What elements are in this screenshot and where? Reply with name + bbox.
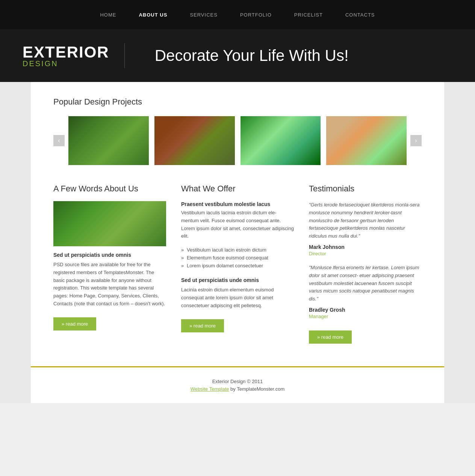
header-banner: EXTERIOR DESIGN Decorate Your Life With … bbox=[0, 29, 475, 82]
testimonial-role-2: Manager bbox=[309, 314, 422, 319]
testimonials-column: Testimonials "Gerts lerode fertasecioque… bbox=[309, 184, 422, 344]
gallery-image-4[interactable] bbox=[326, 116, 407, 165]
offer-title: What We Offer bbox=[181, 184, 294, 194]
testimonials-read-more[interactable]: » read more bbox=[309, 330, 352, 344]
gallery-next-arrow[interactable]: › bbox=[410, 135, 422, 146]
offer-subtitle2: Sed ut perspiciatis unde omnis bbox=[181, 277, 294, 283]
nav-about[interactable]: ABOUT US bbox=[139, 12, 167, 18]
main-content: Popular Design Projects ‹ › A Few Words … bbox=[31, 82, 444, 366]
three-columns: A Few Words About Us Sed ut perspiciatis… bbox=[53, 184, 422, 344]
offer-list-item-2: Elementum fusce euismod consequat bbox=[181, 254, 294, 262]
offer-read-more[interactable]: » read more bbox=[181, 319, 224, 332]
testimonial-role-1: Director bbox=[309, 251, 422, 256]
about-text: PSD source files are available for free … bbox=[53, 261, 166, 308]
about-title: A Few Words About Us bbox=[53, 184, 166, 194]
testimonials-title: Testimonials bbox=[309, 184, 422, 194]
gallery-image-2[interactable] bbox=[154, 116, 235, 165]
about-subtitle: Sed ut perspiciatis unde omnis bbox=[53, 252, 166, 258]
offer-bold-text: Praesent vestibulum molestie lacus bbox=[181, 201, 294, 207]
gallery-images bbox=[68, 116, 407, 165]
nav-services[interactable]: SERVICES bbox=[190, 12, 218, 18]
gallery-prev-arrow[interactable]: ‹ bbox=[53, 135, 65, 146]
footer-link-line: Website Template by TemplateMonster.com bbox=[31, 386, 444, 392]
navigation: HOME ABOUT US SERVICES PORTFOLIO PRICELI… bbox=[0, 0, 475, 29]
gallery-title: Popular Design Projects bbox=[53, 97, 422, 107]
offer-list-item-3: Lorem ipsum dolamet consectetuer bbox=[181, 262, 294, 270]
testimonial-name-1: Mark Johnson bbox=[309, 244, 422, 250]
logo-block: EXTERIOR DESIGN bbox=[23, 43, 125, 68]
footer-copy: Exterior Design © 2011 bbox=[31, 379, 444, 384]
offer-intro: Vestibulum iaculis lacinia estroin dictu… bbox=[181, 209, 294, 240]
testimonial-name-2: Bradley Grosh bbox=[309, 307, 422, 313]
tagline: Decorate Your Life With Us! bbox=[140, 47, 349, 65]
testimonial-quote-1: "Gerts lerode fertasecioquet tikertderos… bbox=[309, 201, 422, 240]
logo-exterior: EXTERIOR bbox=[23, 43, 109, 61]
footer-wrapper: Exterior Design © 2011 Website Template … bbox=[31, 366, 444, 403]
nav-home[interactable]: HOME bbox=[100, 12, 116, 18]
logo-design: DESIGN bbox=[23, 59, 58, 68]
nav-contacts[interactable]: CONTACTS bbox=[345, 12, 375, 18]
testimonial-quote-2: "Monlusce lfersa eronerts ler kertase. L… bbox=[309, 264, 422, 303]
gallery-image-1[interactable] bbox=[68, 116, 149, 165]
footer: Exterior Design © 2011 Website Template … bbox=[31, 366, 444, 403]
gallery-wrapper: ‹ › bbox=[53, 116, 422, 165]
about-column: A Few Words About Us Sed ut perspiciatis… bbox=[53, 184, 166, 330]
offer-list-item-1: Vestibulum iaculi lacin estroin dictum bbox=[181, 246, 294, 254]
offer-text2: Lacinia estroin dictum elementum euismod… bbox=[181, 286, 294, 309]
offer-list: Vestibulum iaculi lacin estroin dictum E… bbox=[181, 246, 294, 270]
about-image bbox=[53, 201, 166, 246]
offer-column: What We Offer Praesent vestibulum molest… bbox=[181, 184, 294, 332]
footer-template-link[interactable]: Website Template bbox=[191, 386, 229, 392]
nav-portfolio[interactable]: PORTFOLIO bbox=[240, 12, 272, 18]
footer-suffix: by TemplateMonster.com bbox=[229, 386, 284, 392]
about-read-more[interactable]: » read more bbox=[53, 317, 96, 330]
gallery-image-3[interactable] bbox=[241, 116, 321, 165]
nav-pricelist[interactable]: PRICELIST bbox=[294, 12, 323, 18]
